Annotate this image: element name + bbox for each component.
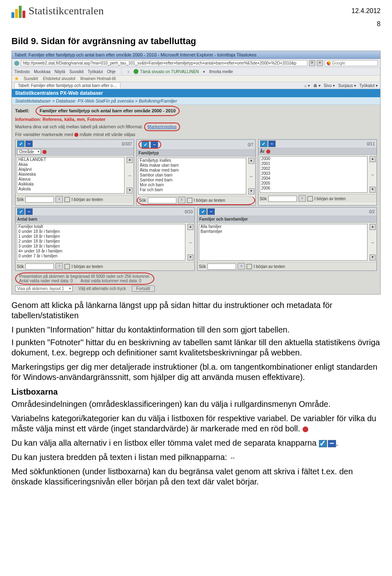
fav-hotmail[interactable]: Ilmainen Hotmail-tili	[80, 76, 116, 81]
scroll-up-icon[interactable]: ▲	[187, 224, 194, 230]
markera-line-b1: För variabler markerade med	[15, 132, 73, 137]
begin-checkbox[interactable]	[307, 196, 313, 201]
refresh-icon[interactable]: ⟳	[309, 60, 315, 66]
url-field[interactable]: http://pxweb2.stat.fi/Dialog/varval.asp?…	[21, 60, 307, 66]
scroll-up-icon[interactable]: ▲	[127, 157, 133, 163]
select-all-button[interactable]: ✓	[260, 141, 267, 147]
tool-suojaus[interactable]: Suojaus ▾	[338, 83, 356, 88]
menu-suosikit[interactable]: Suosikit	[69, 69, 84, 74]
col-title: Familjetyp	[138, 151, 158, 155]
sok-input[interactable]	[25, 196, 54, 203]
layout-dropdown[interactable]: Visa på skärmen, layout 1	[15, 286, 73, 292]
tool-home-icon[interactable]: ⌂ ▾	[304, 83, 310, 88]
sok-input[interactable]	[25, 263, 54, 270]
paragraph-2: I punkten "Information" hittar du kontak…	[11, 325, 381, 335]
scroll-down-icon[interactable]: ▼	[370, 187, 376, 193]
search-row: Sök › I början av texten	[258, 194, 376, 203]
menu-ilmoita[interactable]: Ilmoita meille	[209, 69, 233, 74]
col-title: År	[260, 149, 265, 154]
antal-barn-listbox[interactable]: Familjer totalt0 under 18 år i familjen1…	[17, 224, 185, 261]
menu-muokkaa[interactable]: Muokkaa	[34, 69, 51, 74]
begin-label: I början av texten	[194, 198, 225, 203]
sok-go-button[interactable]: ›	[56, 263, 63, 270]
sok-label: Sök	[260, 196, 267, 201]
select-all-button[interactable]: ✓	[199, 208, 207, 215]
width-control-icon[interactable]: ↔	[127, 173, 133, 178]
scroll-up-icon[interactable]: ▲	[370, 156, 376, 162]
document-header: Statistikcentralen 12.4.2012	[11, 4, 381, 18]
begin-checkbox[interactable]	[247, 264, 252, 269]
btns-highlight: ✓ −	[138, 141, 161, 149]
tool-print-icon[interactable]: 🖶 ▾	[313, 83, 321, 88]
sok-go-button[interactable]: ›	[298, 195, 306, 202]
width-control-icon[interactable]: ↔	[248, 174, 254, 179]
markera-line-b2: måste minst ett värde väljas	[80, 132, 135, 137]
tabell-value-highlight: Familjer efter familjetyp och antal barn…	[36, 106, 180, 116]
menu-tiedosto[interactable]: Tiedosto	[14, 69, 30, 74]
sok-label: Sök	[17, 264, 24, 269]
deselect-all-button[interactable]: −	[151, 141, 158, 148]
information-links[interactable]: Referens, källa, mm, Fotnoter	[42, 117, 105, 122]
familjetyp-listbox[interactable]: Familjetyp inallesÄkta makar utan barnÄk…	[138, 158, 246, 194]
deselect-all-button[interactable]: −	[268, 141, 276, 147]
paragraph-5: Områdesindelningen (områdesklassificerin…	[11, 399, 381, 409]
scroll-down-icon[interactable]: ▼	[187, 255, 194, 261]
scroll-down-icon[interactable]: ▼	[370, 255, 376, 261]
paragraph-8: Du kan justera bredden på texten i lista…	[11, 452, 381, 462]
tool-sivu[interactable]: Sivu ▾	[324, 83, 335, 88]
width-arrows-icon: ↔	[229, 454, 236, 462]
star-icon	[14, 76, 19, 81]
markeringstips-highlight: Markeringstips	[144, 123, 180, 131]
inline-select-buttons: ✓ −	[319, 440, 336, 447]
fav-ehdotetut[interactable]: Ehdotetut sivustot	[43, 76, 76, 81]
selection-count: 0/337	[122, 142, 132, 146]
browser-tab[interactable]: Tabell: Familjer efter familjetyp och an…	[14, 82, 120, 89]
scroll-down-icon[interactable]: ▼	[127, 188, 133, 194]
fav-suosikit[interactable]: Suosikit	[24, 76, 38, 81]
screenshot-window: Tabell: Familjer efter familjetyp och an…	[11, 51, 381, 295]
brand-logo	[11, 4, 25, 18]
deselect-all-button[interactable]: −	[207, 208, 215, 215]
valj-label: Välj ett alternativ och tryck	[78, 286, 126, 291]
begin-checkbox[interactable]	[187, 198, 192, 203]
sok-go-button[interactable]: ›	[178, 197, 185, 203]
stop-icon[interactable]: ✕	[317, 60, 323, 66]
sok-input[interactable]	[148, 197, 176, 203]
listboxarna-heading: Listboxarna	[11, 387, 381, 397]
menu-ohje[interactable]: Ohje	[107, 69, 116, 74]
limit-text: Presentation på skärmen är begränsad til…	[19, 274, 150, 279]
sok-input[interactable]	[207, 263, 236, 270]
sok-go-button[interactable]: ›	[238, 263, 245, 270]
sok-go-button[interactable]: ›	[56, 196, 63, 203]
fortsatt-button[interactable]: Fortsätt	[132, 286, 155, 292]
px-breadcrumb[interactable]: Statistikdatabaser > Database: PX-Web St…	[12, 97, 380, 105]
begin-checkbox[interactable]	[65, 197, 70, 202]
omrade-listbox[interactable]: HELA LANDETAkaaAlajärviAlavieskaAlavusAs…	[17, 157, 125, 194]
search-row: Sök › I början av texten	[16, 262, 194, 270]
select-all-button[interactable]: ✓	[17, 141, 24, 147]
deselect-all-button[interactable]: −	[25, 141, 33, 147]
sok-input[interactable]	[268, 196, 297, 202]
select-all-button[interactable]: ✓	[142, 141, 149, 148]
omrade-dropdown[interactable]: Område	[17, 149, 41, 154]
width-control-icon[interactable]: ↔	[187, 240, 194, 245]
menu-tyokalut[interactable]: Työkalut	[88, 69, 103, 74]
markera-line-a: Markera dina val och välj mellan tabell …	[15, 124, 143, 129]
paragraph-9: Med sökfunktionen (under listboxarna) ka…	[11, 467, 381, 487]
px-body: Tabell: Familjer efter familjetyp och an…	[12, 105, 380, 294]
familjer-listbox[interactable]: Alla familjerBarnfamiljer	[199, 224, 368, 261]
width-control-icon[interactable]: ↔	[370, 240, 376, 245]
tool-tyokalut[interactable]: Työkalut ▾	[359, 83, 378, 88]
ar-listbox[interactable]: 2000200120022003200420052006	[260, 156, 368, 193]
search-row: Sök › I början av texten	[198, 262, 376, 270]
width-control-icon[interactable]: ↔	[370, 172, 376, 177]
scroll-up-icon[interactable]: ▲	[248, 158, 254, 164]
menu-nayta[interactable]: Näytä	[55, 69, 65, 74]
select-all-button[interactable]: ✓	[17, 208, 24, 215]
markeringstips-link[interactable]: Markeringstips	[147, 124, 177, 129]
begin-checkbox[interactable]	[65, 264, 70, 269]
browser-search[interactable]: Google	[325, 60, 378, 66]
deselect-all-button[interactable]: −	[25, 208, 33, 215]
scroll-down-icon[interactable]: ▼	[248, 188, 254, 194]
scroll-up-icon[interactable]: ▲	[370, 224, 376, 230]
